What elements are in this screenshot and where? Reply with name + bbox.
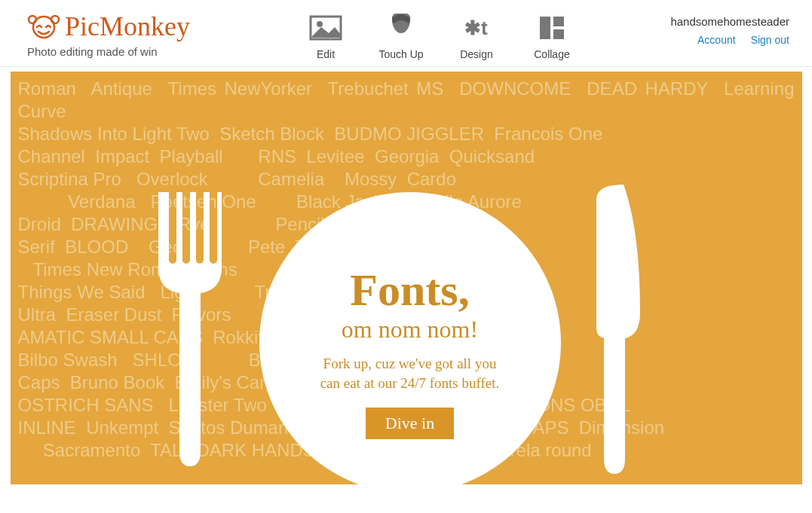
svg-point-4: [317, 21, 323, 27]
brand-name: PicMonkey: [65, 11, 190, 42]
fork-icon: [158, 192, 229, 478]
username: handsomehomesteader: [670, 15, 789, 28]
face-icon: [385, 14, 418, 42]
carousel-dot[interactable]: [390, 466, 397, 472]
logo-block[interactable]: PicMonkey Photo editing made of win: [27, 11, 190, 58]
account-link[interactable]: Account: [697, 34, 736, 46]
hero-title: Fonts,: [350, 267, 469, 313]
monkey-logo-icon: [27, 12, 60, 41]
nav-edit[interactable]: Edit: [303, 14, 348, 60]
carousel-dots: [377, 466, 435, 472]
nav-label: Edit: [317, 48, 335, 60]
carousel-dot[interactable]: [428, 466, 435, 472]
design-icon: ✱t: [460, 14, 493, 42]
nav-label: Collage: [534, 48, 569, 60]
hero-plate: Fonts, om nom nom! Fork up, cuz we've go…: [259, 192, 561, 484]
nav-collage[interactable]: Collage: [529, 14, 575, 60]
account-block: handsomehomesteader Account Sign out: [670, 15, 789, 46]
carousel-dot[interactable]: [415, 466, 422, 472]
carousel-dot[interactable]: [403, 466, 409, 472]
nav-label: Touch Up: [378, 48, 423, 60]
svg-rect-8: [553, 29, 564, 39]
app-header: PicMonkey Photo editing made of win Edit…: [0, 0, 812, 67]
main-nav: Edit Touch Up ✱t Design Collage: [303, 14, 575, 60]
signout-link[interactable]: Sign out: [751, 34, 789, 46]
carousel-dot[interactable]: [377, 466, 384, 472]
svg-rect-6: [540, 17, 550, 39]
hero-body: Fork up, cuz we've got all you can eat a…: [312, 354, 508, 392]
dive-in-button[interactable]: Dive in: [366, 408, 454, 439]
nav-label: Design: [460, 48, 493, 60]
knife-icon: [587, 185, 644, 484]
hero-subtitle: om nom nom!: [342, 316, 478, 344]
svg-text:✱t: ✱t: [464, 17, 488, 39]
nav-design[interactable]: ✱t Design: [454, 14, 499, 60]
svg-rect-7: [553, 17, 564, 26]
brand-tagline: Photo editing made of win: [27, 45, 190, 58]
collage-icon: [535, 14, 568, 42]
photo-icon: [309, 14, 342, 42]
nav-touchup[interactable]: Touch Up: [378, 14, 424, 60]
hero-banner: Roman Antique Times NewYorker Trebuchet …: [11, 72, 802, 484]
